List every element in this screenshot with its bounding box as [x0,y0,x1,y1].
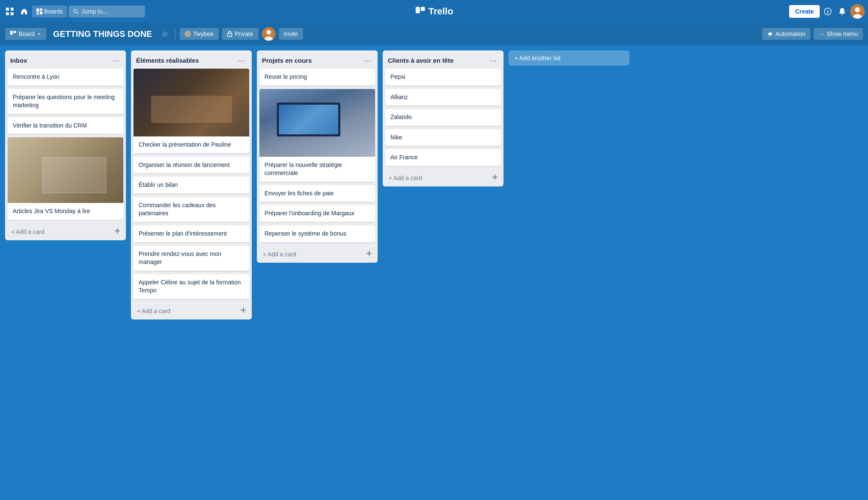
card-text: Checker la présentation de Pauline [139,141,231,148]
card-text: Appeler Céline au sujet de la formation … [139,279,241,294]
svg-rect-5 [40,8,42,11]
notifications-button[interactable] [836,5,849,18]
svg-text:i: i [827,9,828,15]
list-footer: + Add a card [383,169,504,186]
card-text: Préparer la nouvelle stratégie commercia… [264,161,342,177]
svg-rect-10 [416,7,420,13]
card-text: Nike [390,134,402,141]
card-text: Présenter le plan d'intéressement [139,230,227,237]
card[interactable]: Préparer la nouvelle stratégie commercia… [259,89,375,182]
list-title: Éléments réalisables [136,57,199,64]
card-text: Préparer l'onboarding de Margaux [264,210,354,217]
card-text: Envoyer les fiches de paie [264,190,334,197]
list-cards: Checker la présentation de PaulineOrgani… [131,69,252,303]
svg-line-9 [77,12,79,14]
svg-rect-31 [495,175,495,180]
card[interactable]: Envoyer les fiches de paie [259,185,375,202]
list-inbox: Inbox···Rencontre à LyonPréparer les que… [5,50,126,240]
card-text: Commander les cadeaux des partenaires [139,202,216,217]
svg-point-8 [74,9,77,13]
card-template-button[interactable] [111,226,123,238]
list-menu-button[interactable]: ··· [236,55,247,66]
workspace-button[interactable]: Twybee [180,28,219,40]
topnav-right: Create i [789,4,865,19]
list-title: Inbox [10,57,27,64]
list-clients-a-voir: Clients à avoir en tête···PepsiAllianzZa… [383,50,504,186]
list-header: Éléments réalisables··· [131,50,252,69]
list-menu-button[interactable]: ··· [488,55,498,66]
boards-button[interactable]: Boards [32,6,67,17]
privacy-button[interactable]: Private [222,28,259,40]
svg-rect-25 [117,228,118,233]
invite-button[interactable]: Invite [279,28,303,40]
svg-rect-0 [6,8,9,11]
add-card-button[interactable]: + Add a card [134,305,174,317]
svg-rect-29 [369,251,370,256]
user-avatar[interactable] [850,4,865,19]
card-text: Vérifier la transition du CRM [13,122,87,129]
card[interactable]: Revoir le pricing [259,69,375,86]
list-footer: + Add a card [257,246,378,263]
card[interactable]: Préparer les questions pour le meeting m… [8,89,123,114]
card[interactable]: Prendre rendez-vous avec mon manager [134,246,249,271]
card[interactable]: Appeler Céline au sujet de la formation … [134,274,249,299]
card-text: Zalando [390,114,412,120]
info-button[interactable]: i [821,5,834,18]
card[interactable]: Articles Jira VS Monday à lire [8,137,123,220]
svg-point-22 [266,30,271,35]
automation-button[interactable]: Automation [762,28,811,40]
card[interactable]: Pepsi [385,69,501,86]
board-nav-right: Automation ··· Show menu [762,28,863,40]
add-card-button[interactable]: + Add a card [385,172,426,184]
card-template-button[interactable] [237,305,249,317]
card[interactable]: Zalando [385,109,501,126]
card[interactable]: Commander les cadeaux des partenaires [134,197,249,222]
card[interactable]: Repenser le système de bonus [259,225,375,242]
svg-rect-3 [11,12,14,15]
card[interactable]: Vérifier la transition du CRM [8,117,123,134]
show-menu-button[interactable]: ··· Show menu [814,28,863,40]
card[interactable]: Air France [385,149,501,166]
card[interactable]: Présenter le plan d'intéressement [134,225,249,242]
add-card-button[interactable]: + Add a card [8,226,48,238]
card[interactable]: Organiser la réunion de lancement [134,157,249,174]
board-title[interactable]: GETTING THINGS DONE [50,28,155,41]
svg-rect-4 [36,8,39,12]
list-title: Projets en cours [262,57,312,64]
trello-logo: Trello [415,6,453,17]
list-cards: PepsiAllianzZalandoNikeAir France [383,69,504,169]
member-avatar[interactable] [262,27,275,41]
add-list-button[interactable]: + Add another list [509,50,629,66]
card-image [134,69,249,136]
divider [175,28,175,40]
search-box[interactable]: Jump to... [69,6,145,17]
svg-point-19 [185,31,190,36]
svg-rect-27 [243,308,244,313]
list-header: Inbox··· [5,50,126,69]
card[interactable]: Rencontre à Lyon [8,69,123,86]
board-view-button[interactable]: Board [5,28,46,40]
create-button[interactable]: Create [789,5,820,18]
list-title: Clients à avoir en tête [388,57,453,64]
list-menu-button[interactable]: ··· [110,55,121,66]
card-image [8,137,123,203]
star-button[interactable]: ☆ [159,27,171,41]
card-text: Articles Jira VS Monday à lire [13,208,90,214]
card[interactable]: Préparer l'onboarding de Margaux [259,205,375,222]
svg-rect-20 [228,33,232,36]
card[interactable]: Allianz [385,89,501,106]
list-cards: Revoir le pricingPréparer la nouvelle st… [257,69,378,246]
svg-rect-11 [421,7,425,11]
card[interactable]: Établir un bilan [134,177,249,194]
add-card-button[interactable]: + Add a card [259,248,300,260]
list-projets-en-cours: Projets en cours···Revoir le pricingPrép… [257,50,378,263]
card-text: Allianz [390,94,408,100]
card[interactable]: Checker la présentation de Pauline [134,69,249,153]
card-template-button[interactable] [489,172,501,184]
apps-button[interactable] [3,5,16,18]
card-text: Prendre rendez-vous avec mon manager [139,250,221,266]
list-menu-button[interactable]: ··· [362,55,373,66]
home-button[interactable] [18,5,31,18]
card[interactable]: Nike [385,129,501,146]
card-template-button[interactable] [363,248,375,260]
